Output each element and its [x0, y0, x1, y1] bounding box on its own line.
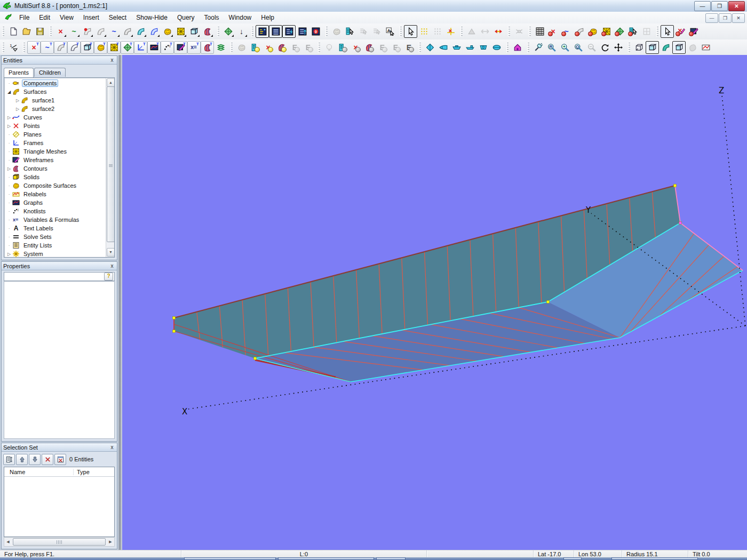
- tree-item-entity-lists[interactable]: ·Entity Lists: [4, 241, 114, 250]
- menu-view[interactable]: View: [55, 14, 78, 21]
- menu-select[interactable]: Select: [104, 14, 131, 21]
- tree-item-frames[interactable]: ·Frames: [4, 139, 114, 147]
- scroll-down-icon[interactable]: ▼: [107, 248, 115, 257]
- scroll-left-icon[interactable]: ◀: [4, 538, 12, 546]
- drag-plane-button[interactable]: [613, 25, 626, 38]
- tree-item-curves[interactable]: ▷Curves: [4, 113, 114, 122]
- zoom-box-button[interactable]: R: [545, 41, 558, 54]
- open-file-button[interactable]: [20, 25, 33, 38]
- tree-item-surface1[interactable]: ▷surface1: [4, 96, 114, 105]
- toolbar-grip[interactable]: [2, 26, 4, 37]
- mdi-minimize-button[interactable]: —: [705, 13, 718, 23]
- tab-parents[interactable]: Parents: [4, 68, 34, 77]
- show-contours-button[interactable]: [275, 41, 288, 54]
- tree-item-triangle-meshes[interactable]: ·Triangle Meshes: [4, 147, 114, 156]
- drag-list-button[interactable]: [626, 25, 640, 38]
- hide-points-button[interactable]: ×: [349, 41, 362, 54]
- select-prev-button[interactable]: [356, 25, 370, 38]
- home-view-button[interactable]: [511, 41, 524, 54]
- column-name[interactable]: Name: [4, 469, 73, 475]
- drag-point-button[interactable]: ×: [546, 25, 560, 38]
- tree-item-solids[interactable]: ·Solids: [4, 173, 114, 181]
- show-by-list-button[interactable]: [248, 41, 261, 54]
- toolbar-grip[interactable]: [23, 42, 25, 53]
- toolbar-grip[interactable]: [529, 26, 531, 37]
- snap-grid-off-button[interactable]: [431, 25, 444, 38]
- menu-show-hide[interactable]: Show-Hide: [131, 14, 172, 21]
- toggle-frames-button[interactable]: T: [134, 41, 147, 54]
- shadow-mode-button[interactable]: [686, 41, 699, 54]
- tree-item-variables-formulas[interactable]: ·x=Variables & Formulas: [4, 215, 114, 224]
- view-profile-button[interactable]: [450, 41, 463, 54]
- hscroll-thumb[interactable]: [13, 538, 106, 546]
- toggle-points-button[interactable]: ×T: [27, 41, 41, 54]
- viewport[interactable]: XYZ: [122, 55, 747, 550]
- viewport-canvas[interactable]: XYZ: [122, 55, 747, 550]
- rendered-mode-button[interactable]: [659, 41, 672, 54]
- show-eq2-button[interactable]: E: [301, 41, 315, 54]
- properties-help-button[interactable]: ?: [104, 273, 113, 281]
- create-curve-tool[interactable]: ~: [67, 25, 81, 38]
- tree-item-composite-surfaces[interactable]: ·Composite Surfaces: [4, 181, 114, 190]
- create-point-tool[interactable]: ×: [54, 25, 67, 38]
- edit-point-pen-button[interactable]: [674, 25, 687, 38]
- hiddenline-mode-button[interactable]: [672, 41, 686, 54]
- drag-composite-button[interactable]: [586, 25, 600, 38]
- toggle-knotlists-button[interactable]: iT: [161, 41, 174, 54]
- toggle-curves-button[interactable]: ~T: [41, 41, 54, 54]
- tree-item-solve-sets[interactable]: ·Solve Sets: [4, 233, 114, 241]
- toolbar-grip[interactable]: [217, 26, 219, 37]
- hide-all-button[interactable]: [322, 41, 336, 54]
- zoom-out-button[interactable]: −: [585, 41, 598, 54]
- expander-icon[interactable]: ▷: [6, 115, 12, 120]
- close-button[interactable]: ✕: [728, 1, 745, 11]
- select-by-list-button[interactable]: [343, 25, 356, 38]
- relabel-scale-button[interactable]: 1: [6, 41, 20, 54]
- zoom-in-button[interactable]: +: [558, 41, 571, 54]
- drag-mesh-button[interactable]: [600, 25, 613, 38]
- snap-grid-button[interactable]: [417, 25, 431, 38]
- toolbar-grip[interactable]: [50, 26, 52, 37]
- save-file-button[interactable]: [33, 25, 46, 38]
- entities-close-icon[interactable]: x: [109, 57, 115, 63]
- toggle-composites-button[interactable]: T: [94, 41, 107, 54]
- menu-tools[interactable]: Tools: [200, 14, 224, 21]
- insert-mesh-button[interactable]: [221, 25, 235, 38]
- expander-icon[interactable]: ▷: [15, 107, 20, 111]
- tree-item-relabels[interactable]: ·Relabels: [4, 190, 114, 198]
- selection-list-view-button[interactable]: [282, 25, 296, 38]
- toggle-snakes-button[interactable]: T: [54, 41, 67, 54]
- expander-icon[interactable]: ▷: [6, 166, 12, 171]
- toggle-contours-button[interactable]: T: [201, 41, 214, 54]
- tree-item-wireframes[interactable]: ·Wireframes: [4, 156, 114, 164]
- create-magnet-tool[interactable]: [94, 25, 107, 38]
- wireframe-mode-button[interactable]: [632, 41, 646, 54]
- select-by-name-button[interactable]: A: [383, 25, 396, 38]
- selection-move-down-button[interactable]: [29, 454, 41, 465]
- menu-query[interactable]: Query: [172, 14, 200, 21]
- create-contour-tool[interactable]: [201, 25, 214, 38]
- toolbar-grip[interactable]: [419, 42, 421, 53]
- selection-move-up-button[interactable]: [16, 454, 28, 465]
- entity-tree-view-button[interactable]: [256, 25, 269, 38]
- probe-button[interactable]: [531, 41, 545, 54]
- create-snake-tool[interactable]: [81, 25, 94, 38]
- document-icon[interactable]: [4, 14, 12, 21]
- toolbar-grip[interactable]: [656, 26, 658, 37]
- toolbar-grip[interactable]: [318, 42, 320, 53]
- grid-button[interactable]: [533, 25, 546, 38]
- toggle-solids-button[interactable]: T: [81, 41, 94, 54]
- toggle-surfaces-button[interactable]: T: [67, 41, 81, 54]
- tree-item-graphs[interactable]: ·Graphs: [4, 198, 114, 207]
- hide-eq2-button[interactable]: E: [389, 41, 402, 54]
- pointer-tool[interactable]: [404, 25, 417, 38]
- toggle-wireframes-button[interactable]: T: [174, 41, 187, 54]
- mdi-close-button[interactable]: ✕: [732, 13, 745, 23]
- column-type[interactable]: Type: [73, 469, 114, 475]
- entities-tree-scrollbar[interactable]: ▲ ▼: [106, 78, 114, 257]
- tree-item-surface2[interactable]: ▷surface2: [4, 105, 114, 113]
- measure-angle-button[interactable]: [465, 25, 478, 38]
- selection-list-button[interactable]: [3, 454, 15, 465]
- scroll-right-icon[interactable]: ▶: [107, 538, 114, 546]
- rotate-view-button[interactable]: [598, 41, 611, 54]
